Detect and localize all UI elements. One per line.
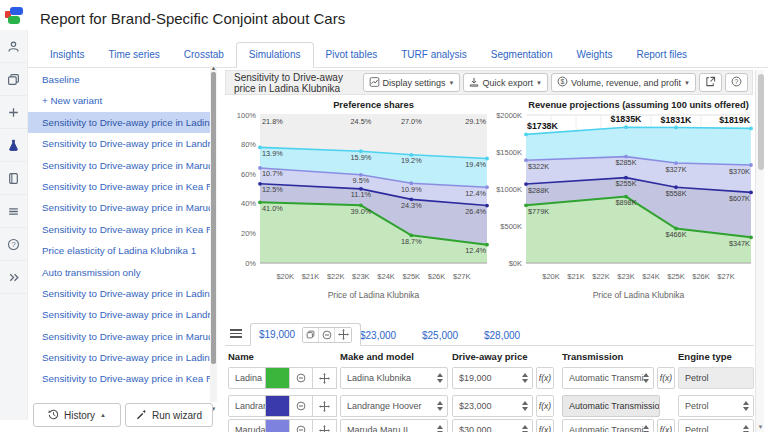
variant-item[interactable]: Sensitivity to Drive-away price in Ladin… [28,112,210,133]
engine-type-select[interactable]: Petrol [678,419,754,432]
make-model-select[interactable]: Ladina Klubnika [340,367,448,389]
price-formula-button[interactable]: f(x) [536,367,554,389]
stepper-icon[interactable] [437,425,443,432]
rail-expand-icon[interactable] [0,261,27,294]
rail-notebook-icon[interactable] [0,162,27,195]
stepper-icon[interactable] [522,425,528,432]
stepper-icon[interactable] [743,425,749,432]
remove-row-button[interactable] [289,395,313,417]
remove-icon[interactable] [319,328,335,342]
tab-time-series[interactable]: Time series [96,43,171,67]
stepper-icon[interactable] [522,373,528,383]
volume-revenue-and-profit-button[interactable]: $Volume, revenue, and profit▼ [551,73,696,92]
stepper-icon[interactable] [643,425,649,432]
history-button[interactable]: History ▲ [33,403,121,427]
name-input[interactable]: Landrar [228,395,266,417]
stepper-icon[interactable] [522,401,528,411]
scroll-down-icon[interactable]: ▼ [756,424,765,430]
color-swatch[interactable] [265,395,290,417]
svg-text:19.4%: 19.4% [465,160,486,169]
svg-text:$2000K: $2000K [496,111,522,120]
variant-item[interactable]: Sensitivity to Drive-away price in Marud… [28,197,210,218]
variant-item[interactable]: Auto transmission only [28,262,210,283]
display-settings-button[interactable]: Display settings▼ [363,73,461,92]
move-icon[interactable] [335,328,351,342]
price-select[interactable]: $30,000 [452,419,533,432]
transmission-formula-button[interactable]: f(x) [657,367,675,389]
color-swatch[interactable] [265,367,290,389]
price-formula-button[interactable]: f(x) [536,395,554,417]
sidebar-scroll-thumb[interactable] [211,72,216,364]
tab-crosstab[interactable]: Crosstab [172,43,236,67]
rail-user-icon[interactable] [0,30,27,63]
run-wizard-label: Run wizard [152,410,202,421]
color-swatch[interactable] [265,419,290,432]
stepper-icon[interactable] [643,373,649,383]
svg-text:39.0%: 39.0% [351,207,372,216]
scroll-up-icon[interactable]: ▲ [210,65,217,71]
tab-menu-icon[interactable] [230,329,242,340]
variant-item[interactable]: Price elasticity of Ladina Klubnika 1 [28,240,210,261]
make-model-select[interactable]: Maruda Maru II [340,419,448,432]
rail-help-icon[interactable]: ? [0,228,27,261]
duplicate-icon[interactable] [303,328,319,342]
app-logo-icon[interactable] [5,7,25,25]
run-wizard-button[interactable]: Run wizard [125,403,213,427]
price-tab[interactable]: $23,000 [360,330,396,341]
variant-item[interactable]: Sensitivity to Drive-away price in Landr… [28,133,210,154]
variant-item[interactable]: Baseline [28,69,210,90]
logo-blue-block [10,7,23,15]
price-tab-active[interactable]: $19,000 [250,323,361,346]
main-scroll-thumb[interactable] [758,74,764,170]
tab-turf-analysis[interactable]: TURF analysis [389,43,479,67]
engine-type-field[interactable]: Petrol [678,367,754,389]
move-row-button[interactable] [312,419,337,432]
variant-item[interactable]: Sensitivity to Drive-away price in Ladin… [28,347,210,368]
variant-item[interactable]: Sensitivity to Drive-away price in Kea R… [28,219,210,240]
tab-insights[interactable]: Insights [38,43,96,67]
price-tab[interactable]: $28,000 [484,330,520,341]
price-tab[interactable]: $25,000 [422,330,458,341]
quick-export-button[interactable]: Quick export▼ [463,73,547,92]
variant-item[interactable]: Sensitivity to Drive-away price in Kea R… [28,176,210,197]
price-formula-button[interactable]: f(x) [536,419,554,432]
variant-item[interactable]: Sensitivity to Drive-away price in Marud… [28,155,210,176]
variant-item[interactable]: + New variant [28,90,210,111]
remove-row-button[interactable] [289,367,313,389]
variant-item[interactable]: Sensitivity to Drive-away price in Marud… [28,326,210,347]
make-model-select[interactable]: Landrange Hoover [340,395,448,417]
variant-item[interactable]: Sensitivity to Drive-away price in Landr… [28,304,210,325]
variant-item[interactable]: Sensitivity to Drive-away price in Ladin… [28,283,210,304]
name-input[interactable]: Ladina I [228,367,266,389]
export-button[interactable] [699,73,722,92]
stepper-icon[interactable] [743,401,749,411]
rail-flask-icon[interactable] [0,129,27,162]
transmission-formula-button[interactable]: f(x) [657,419,675,432]
transmission-select[interactable]: Automatic Transmission [562,395,660,417]
tab-simulations[interactable]: Simulations [236,42,314,68]
stepper-icon[interactable] [437,373,443,383]
main-scrollbar[interactable]: ▼ [755,70,764,432]
rail-pages-icon[interactable] [0,63,27,96]
svg-text:$347K: $347K [729,239,750,248]
tab-weights[interactable]: Weights [565,43,625,67]
move-row-button[interactable] [312,395,337,417]
transmission-select[interactable]: Automatic Transmi [562,367,654,389]
price-select[interactable]: $23,000 [452,395,533,417]
engine-type-select[interactable]: Petrol [678,395,754,417]
rail-plus-icon[interactable] [0,96,27,129]
transmission-select[interactable]: Automatic Transmi [562,419,654,432]
move-row-button[interactable] [312,367,337,389]
tab-pivot-tables[interactable]: Pivot tables [314,43,390,67]
variant-item[interactable]: Sensitivity to Drive-away price in Kea R… [28,368,210,389]
name-input[interactable]: Maruda [228,419,266,432]
stepper-icon[interactable] [437,401,443,411]
tab-report-files[interactable]: Report files [624,43,699,67]
tab-segmentation[interactable]: Segmentation [479,43,565,67]
price-select[interactable]: $19,000 [452,367,533,389]
remove-row-button[interactable] [289,419,313,432]
help-circle-button[interactable]: ? [725,73,748,92]
sidebar-scrollbar[interactable]: ▲ ▼ [210,66,217,402]
rail-list-icon[interactable] [0,195,27,228]
svg-text:100%: 100% [237,111,257,120]
